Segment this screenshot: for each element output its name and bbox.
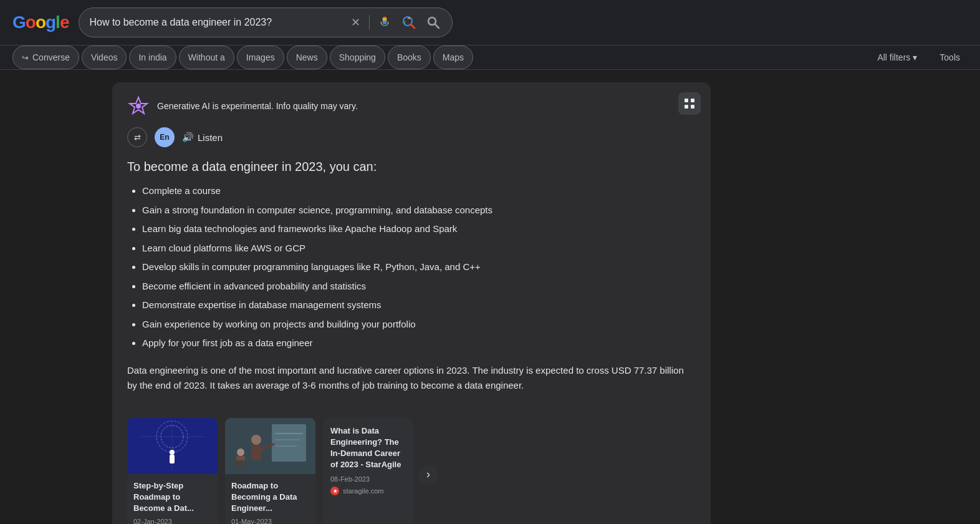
converse-icon: ↪ [22,53,29,62]
language-circle[interactable]: En [155,127,175,147]
source-card-2-image [225,418,315,474]
tab-videos[interactable]: Videos [82,46,127,69]
listen-label: Listen [198,132,223,143]
list-item: Gain a strong foundation in computer sci… [142,203,696,218]
translate-badge[interactable]: ⇄ [127,127,147,147]
svg-point-26 [237,449,244,456]
speaker-icon: 🔊 [182,132,194,143]
source-card-1-body: Step-by-Step Roadmap to Become a Dat... … [127,474,218,525]
ai-header: Generative AI is experimental. Info qual… [127,95,696,117]
list-item: Demonstrate expertise in database manage… [142,298,696,313]
grid-icon [684,98,695,109]
tab-maps-label: Maps [443,52,464,62]
svg-rect-24 [251,445,261,460]
all-filters-label: All filters [877,52,910,62]
search-bar[interactable]: ✕ [79,7,453,37]
list-item: Complete a course [142,184,696,198]
list-item: Learn cloud platforms like AWS or GCP [142,241,696,256]
source-card-1-image [127,418,218,474]
lens-button[interactable] [400,13,418,32]
source-card-1[interactable]: Step-by-Step Roadmap to Become a Dat... … [127,418,218,525]
svg-rect-19 [272,424,306,462]
staragile-icon: ★ [330,487,339,495]
svg-rect-17 [170,455,175,463]
tab-in-india-label: In india [138,52,166,62]
source-card-2-title: Roadmap to Becoming a Data Engineer... [231,480,309,515]
source-card-3-source: ★ staragile.com [330,487,406,495]
source-card-1-date: 02-Jan-2023 [133,518,211,524]
tab-without-a-label: Without a [188,52,225,62]
source-card-3-title: What is Data Engineering? The In-Demand … [330,425,406,471]
tools-label: Tools [939,52,960,62]
tab-images[interactable]: Images [237,46,284,69]
svg-rect-10 [691,105,694,109]
list-item: Become efficient in advanced probability… [142,279,696,294]
google-logo: Google [12,12,69,32]
svg-rect-8 [691,99,694,102]
chevron-down-icon: ▾ [913,52,917,62]
svg-line-4 [435,24,439,28]
listen-button[interactable]: 🔊 Listen [182,132,223,143]
chevron-right-icon: › [426,468,430,481]
source-card-2-body: Roadmap to Becoming a Data Engineer... 0… [225,474,315,525]
tab-maps[interactable]: Maps [433,46,473,69]
svg-line-2 [411,24,415,28]
tab-shopping[interactable]: Shopping [330,46,385,69]
svg-rect-11 [127,418,218,474]
nav-right: All filters ▾ Tools [870,47,968,67]
translate-icon: ⇄ [134,133,141,142]
tools-button[interactable]: Tools [932,47,968,67]
tab-videos-label: Videos [91,52,118,62]
mic-icon [378,16,391,29]
clear-button[interactable]: ✕ [348,13,363,32]
main-content: Generative AI is experimental. Info qual… [0,70,980,524]
next-card-button[interactable]: › [418,465,438,485]
svg-rect-28 [234,460,246,468]
tab-without-a[interactable]: Without a [179,46,234,69]
list-item: Apply for your first job as a data engin… [142,336,696,351]
language-label: En [160,133,169,142]
source-cards: Step-by-Step Roadmap to Become a Dat... … [127,418,413,525]
source-cards-container: Step-by-Step Roadmap to Become a Dat... … [127,405,696,525]
svg-point-16 [170,450,175,455]
search-bar-icons: ✕ [348,13,442,32]
divider [369,15,370,30]
tab-books-label: Books [397,52,421,62]
grid-toggle-button[interactable] [678,92,701,115]
lens-icon [402,16,416,29]
list-item: Gain experience by working on projects a… [142,318,696,332]
source-card-2[interactable]: Roadmap to Becoming a Data Engineer... 0… [225,418,315,525]
tab-in-india[interactable]: In india [129,46,176,69]
list-item: Develop skills in computer programming l… [142,260,696,274]
ai-controls: ⇄ En 🔊 Listen [127,127,696,147]
ai-list: Complete a course Gain a strong foundati… [127,184,696,351]
card2-illustration [225,418,315,474]
list-item: Learn big data technologies and framewor… [142,222,696,236]
tab-shopping-label: Shopping [339,52,376,62]
tab-images-label: Images [246,52,275,62]
card1-illustration [127,418,218,474]
tab-converse[interactable]: ↪ Converse [12,46,79,69]
nav-bar: ↪ Converse Videos In india Without a Ima… [0,46,980,70]
search-button[interactable] [425,14,442,31]
mic-button[interactable] [376,14,393,31]
ai-icon [127,95,150,117]
all-filters-button[interactable]: All filters ▾ [870,47,925,67]
tab-news-label: News [296,52,318,62]
svg-rect-9 [685,105,688,109]
source-card-3-source-name: staragile.com [343,487,383,495]
ai-notice-text: Generative AI is experimental. Info qual… [157,101,358,111]
source-card-3-date: 08-Feb-2023 [330,475,406,483]
ai-panel: Generative AI is experimental. Info qual… [112,82,711,524]
header: Google ✕ [0,0,980,46]
nav-tabs: ↪ Converse Videos In india Without a Ima… [12,46,867,69]
ai-paragraph: Data engineering is one of the most impo… [127,363,696,393]
tab-books[interactable]: Books [388,46,431,69]
ai-title: To become a data engineer in 2023, you c… [127,160,696,174]
source-card-1-title: Step-by-Step Roadmap to Become a Dat... [133,480,211,515]
source-card-2-date: 01-May-2023 [231,518,309,524]
search-icon [427,16,440,29]
source-card-3[interactable]: What is Data Engineering? The In-Demand … [323,418,413,525]
search-input[interactable] [89,17,343,28]
tab-news[interactable]: News [287,46,327,69]
